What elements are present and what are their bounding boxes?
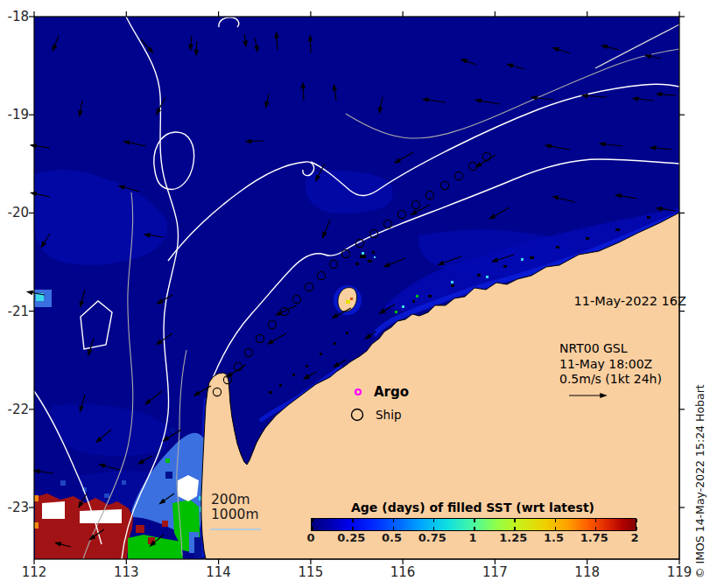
colorbar-tick bbox=[636, 527, 637, 530]
x-tick-label: 113 bbox=[107, 564, 145, 580]
colorbar-tick bbox=[393, 519, 395, 522]
colorbar-tick bbox=[312, 527, 313, 530]
colorbar-tick-label: 0.5 bbox=[382, 531, 402, 544]
colorbar-tick bbox=[474, 519, 475, 522]
x-tick-label: 118 bbox=[568, 564, 607, 580]
colorbar-tick bbox=[474, 527, 475, 530]
colorbar-tick bbox=[393, 527, 395, 530]
colorbar-tick bbox=[595, 527, 597, 530]
x-tick-label: 119 bbox=[660, 564, 699, 580]
contour-200m-label: 200m bbox=[211, 493, 259, 508]
contour-depth-key: 200m 1000m bbox=[211, 493, 259, 522]
colorbar-tick bbox=[514, 519, 516, 522]
colorbar-tick-label: 0.75 bbox=[418, 531, 446, 544]
colorbar-tick-label: 0.25 bbox=[337, 531, 365, 544]
map-datetime-label: 11-May-2022 16Z bbox=[573, 294, 686, 308]
copyright-label: © IMOS 14-May-2022 15:24 Hobart bbox=[693, 384, 706, 578]
y-tick-label: -18 bbox=[1, 9, 29, 24]
contour-1000m-line-sample bbox=[210, 528, 261, 530]
model-time-label: 11-May 18:00Z bbox=[559, 357, 662, 373]
map-canvas bbox=[34, 17, 679, 559]
y-tick-label: -19 bbox=[1, 107, 29, 122]
contour-1000m-label: 1000m bbox=[211, 508, 259, 522]
colorbar-tick bbox=[352, 519, 354, 522]
x-tick-label: 117 bbox=[475, 564, 514, 580]
colorbar-tick bbox=[433, 527, 435, 530]
y-tick-label: -21 bbox=[1, 304, 29, 319]
model-info-block: NRT00 GSL 11-May 18:00Z 0.5m/s (1kt 24h) bbox=[559, 341, 662, 388]
colorbar-tick bbox=[352, 527, 354, 530]
y-tick-label: -22 bbox=[1, 402, 29, 417]
colorbar-gradient bbox=[311, 518, 636, 531]
x-tick-label: 116 bbox=[383, 564, 422, 580]
colorbar-tick bbox=[514, 527, 516, 530]
figure-root: 11-May-2022 16Z NRT00 GSL 11-May 18:00Z … bbox=[0, 0, 717, 588]
colorbar-tick-label: 0 bbox=[306, 531, 314, 544]
y-tick-label: -23 bbox=[1, 500, 29, 515]
colorbar-tick bbox=[595, 519, 597, 522]
vector-scale-label: 0.5m/s (1kt 24h) bbox=[559, 372, 662, 388]
model-name-label: NRT00 GSL bbox=[559, 341, 662, 357]
x-tick-label: 115 bbox=[292, 564, 330, 580]
argo-legend-label: Argo bbox=[374, 384, 409, 400]
y-tick-label: -20 bbox=[1, 205, 29, 220]
colorbar-tick-label: 1 bbox=[468, 531, 476, 544]
colorbar-tick bbox=[555, 527, 557, 530]
colorbar-tick bbox=[555, 519, 557, 522]
colorbar-tick-label: 1.75 bbox=[580, 531, 608, 544]
ship-legend-label: Ship bbox=[376, 408, 401, 422]
colorbar-tick-label: 1.5 bbox=[544, 531, 564, 544]
colorbar-tick-label: 1.25 bbox=[499, 531, 527, 544]
colorbar-tick bbox=[433, 519, 435, 522]
x-tick-label: 112 bbox=[15, 564, 53, 580]
colorbar-tick-label: 2 bbox=[630, 531, 638, 544]
colorbar-tick bbox=[636, 519, 637, 522]
colorbar-tick bbox=[312, 519, 313, 522]
x-tick-label: 114 bbox=[200, 564, 238, 580]
colorbar-title: Age (days) of filled SST (wrt latest) bbox=[298, 500, 648, 514]
